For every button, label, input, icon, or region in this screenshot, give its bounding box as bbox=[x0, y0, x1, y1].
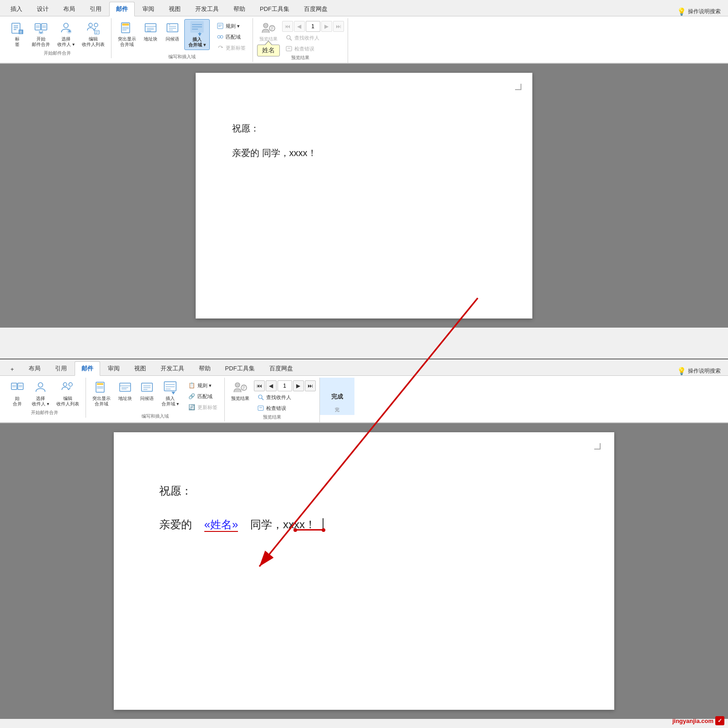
small-btns-bottom: 📋 规则 ▾ 🔗 匹配域 🔄 更新标签 bbox=[185, 380, 221, 412]
btn-greeting-top[interactable]: 问候语 bbox=[162, 19, 182, 44]
nav-next-top[interactable]: ▶ bbox=[321, 21, 332, 32]
bottom-ribbon-tabs: + 布局 引用 邮件 审阅 视图 开发工具 帮助 PDF工具集 百度网盘 💡 操… bbox=[0, 359, 728, 376]
btn-check-errors-bottom[interactable]: 检查错误 bbox=[254, 403, 316, 413]
tab-review-bottom[interactable]: 审阅 bbox=[101, 361, 126, 375]
btn-check-errors-top[interactable]: 检查错误 bbox=[282, 44, 344, 54]
nav-prev-bottom[interactable]: ◀ bbox=[266, 380, 277, 391]
merge-field-display: «姓名» bbox=[204, 518, 238, 532]
select-recipients-label-top: 选择收件人 ▾ bbox=[57, 36, 75, 47]
btn-update-top: 更新标签 bbox=[213, 43, 249, 53]
nav-last-top[interactable]: ⏭ bbox=[333, 21, 344, 32]
tab-view-top[interactable]: 视图 bbox=[162, 2, 187, 16]
btn-match-bottom[interactable]: 🔗 匹配域 bbox=[185, 391, 221, 401]
btn-edit-bottom[interactable]: 编辑收件人列表 bbox=[54, 379, 82, 409]
nav-first-bottom[interactable]: ⏮ bbox=[254, 380, 265, 391]
group-write-insert-bottom: 突出显示合并域 地址块 bbox=[86, 378, 225, 421]
btn-highlight-bottom[interactable]: 突出显示合并域 bbox=[90, 379, 113, 409]
svg-rect-74 bbox=[164, 382, 176, 391]
btn-start-merge-top[interactable]: 开始邮件合并 bbox=[29, 19, 53, 49]
svg-point-50 bbox=[287, 35, 290, 39]
tab-ref-top[interactable]: 引用 bbox=[83, 2, 108, 16]
edit-bottom-label: 编辑收件人列表 bbox=[56, 396, 79, 407]
svg-text:签: 签 bbox=[19, 30, 23, 34]
find-recipient-icon bbox=[285, 34, 293, 41]
btn-start-bottom[interactable]: 始合并 bbox=[7, 379, 27, 409]
group-write-insert-label-top: 编写和插入域 bbox=[115, 53, 249, 62]
tab-dev-bottom[interactable]: 开发工具 bbox=[154, 361, 191, 375]
tab-help-bottom[interactable]: 帮助 bbox=[192, 361, 217, 375]
nav-input-bottom[interactable] bbox=[278, 380, 292, 391]
tab-pdf-bottom[interactable]: PDF工具集 bbox=[218, 361, 262, 375]
btn-greeting-bottom[interactable]: 问候语 bbox=[137, 379, 157, 403]
tab-pdf-top[interactable]: PDF工具集 bbox=[253, 2, 296, 16]
doc-corner-mark-bottom bbox=[594, 443, 601, 450]
tab-review-top[interactable]: 审阅 bbox=[136, 2, 161, 16]
btn-update-bottom: 🔄 更新标签 bbox=[185, 402, 221, 412]
btn-rules-top[interactable]: 规则 ▾ bbox=[213, 21, 249, 31]
btn-rules-bottom[interactable]: 📋 规则 ▾ bbox=[185, 380, 221, 390]
tab-design-top[interactable]: 设计 bbox=[30, 2, 56, 16]
svg-point-13 bbox=[64, 23, 68, 28]
bottom-section: + 布局 引用 邮件 审阅 视图 开发工具 帮助 PDF工具集 百度网盘 💡 操… bbox=[0, 359, 728, 728]
watermark-text: jingyanjia.com bbox=[672, 718, 713, 724]
tooltip-text: 姓名 bbox=[257, 45, 280, 56]
btn-address-top[interactable]: 地址块 bbox=[141, 19, 161, 44]
tab-layout-top[interactable]: 布局 bbox=[56, 2, 82, 16]
nav-prev-top[interactable]: ◀ bbox=[294, 21, 305, 32]
help-search-bottom[interactable]: 操作说明搜索 bbox=[688, 367, 721, 375]
svg-text:▼: ▼ bbox=[67, 30, 71, 34]
tab-baidu-top[interactable]: 百度网盘 bbox=[297, 2, 334, 16]
btn-finish-bottom[interactable]: 完成 bbox=[324, 382, 351, 402]
tab-plus-bottom[interactable]: + bbox=[4, 363, 21, 375]
help-search-top[interactable]: 操作说明搜索 bbox=[688, 8, 721, 15]
btn-match-top[interactable]: 匹配域 bbox=[213, 32, 249, 42]
btn-highlight-top[interactable]: 突出显示合并域 bbox=[115, 19, 139, 49]
btn-address-bottom[interactable]: 地址块 bbox=[115, 379, 135, 403]
svg-point-78 bbox=[235, 383, 240, 387]
body-space bbox=[241, 518, 247, 531]
doc-page-bottom: 祝愿： 亲爱的 «姓名» 同学，xxxx！ bbox=[114, 432, 614, 710]
match-label: 匹配域 bbox=[226, 34, 241, 40]
tab-ref-bottom[interactable]: 引用 bbox=[48, 361, 74, 375]
nav-input-top[interactable] bbox=[306, 21, 320, 32]
tab-layout-bottom[interactable]: 布局 bbox=[22, 361, 47, 375]
svg-point-17 bbox=[94, 23, 98, 27]
btn-edit-list-top[interactable]: 编辑收件人列表 bbox=[79, 19, 107, 49]
edit-icon-bottom bbox=[61, 380, 75, 395]
doc-content-bottom: 祝愿： 亲爱的 «姓名» 同学，xxxx！ bbox=[159, 478, 569, 531]
btn-find-recipient-top[interactable]: 查找收件人 bbox=[282, 33, 344, 43]
btn-preview-bottom[interactable]: 预览结果 bbox=[228, 379, 252, 403]
btn-label-top[interactable]: 签 标签 bbox=[7, 19, 27, 49]
btn-select-bottom[interactable]: 选择收件人 ▾ bbox=[29, 379, 52, 409]
select-recipients-icon: ▼ bbox=[59, 21, 73, 35]
btn-preview-top[interactable]: 预览结果 bbox=[257, 19, 280, 44]
btn-insert-field-bottom[interactable]: 插入合并域 ▾ bbox=[159, 379, 182, 409]
find-recipient-label-bottom: 查找收件人 bbox=[266, 394, 291, 401]
tab-dev-top[interactable]: 开发工具 bbox=[188, 2, 226, 16]
preview-icon-top bbox=[261, 21, 276, 35]
svg-rect-12 bbox=[39, 31, 43, 34]
edit-list-icon bbox=[86, 21, 101, 35]
nav-next-bottom[interactable]: ▶ bbox=[293, 380, 304, 391]
label-icon: 签 bbox=[10, 21, 25, 35]
top-ribbon-tabs: 插入 设计 布局 引用 邮件 审阅 视图 开发工具 帮助 PDF工具集 百度网盘… bbox=[0, 0, 728, 16]
tab-mail-top[interactable]: 邮件 bbox=[109, 2, 135, 16]
svg-rect-64 bbox=[97, 383, 103, 385]
start-bottom-label: 始合并 bbox=[13, 396, 22, 407]
highlight-label-top: 突出显示合并域 bbox=[118, 36, 136, 47]
rules-icon bbox=[217, 22, 224, 30]
btn-select-recipients-top[interactable]: ▼ 选择收件人 ▾ bbox=[55, 19, 77, 49]
svg-marker-44 bbox=[221, 46, 223, 48]
tab-help-top[interactable]: 帮助 bbox=[227, 2, 252, 16]
tab-insert-top[interactable]: 插入 bbox=[4, 2, 29, 16]
btn-insert-field-top[interactable]: 插入合并域 ▾ bbox=[184, 19, 210, 50]
group-write-insert-label-bottom: 编写和插入域 bbox=[90, 412, 221, 421]
nav-first-top[interactable]: ⏮ bbox=[282, 21, 293, 32]
tab-baidu-bottom[interactable]: 百度网盘 bbox=[263, 361, 300, 375]
tab-view-bottom[interactable]: 视图 bbox=[127, 361, 153, 375]
match-label-bottom: 匹配域 bbox=[197, 393, 212, 400]
nav-last-bottom[interactable]: ⏭ bbox=[305, 380, 316, 391]
highlight-label-bottom: 突出显示合并域 bbox=[92, 396, 111, 407]
btn-find-recipient-bottom[interactable]: 查找收件人 bbox=[254, 392, 316, 402]
tab-mail-bottom[interactable]: 邮件 bbox=[75, 361, 100, 376]
